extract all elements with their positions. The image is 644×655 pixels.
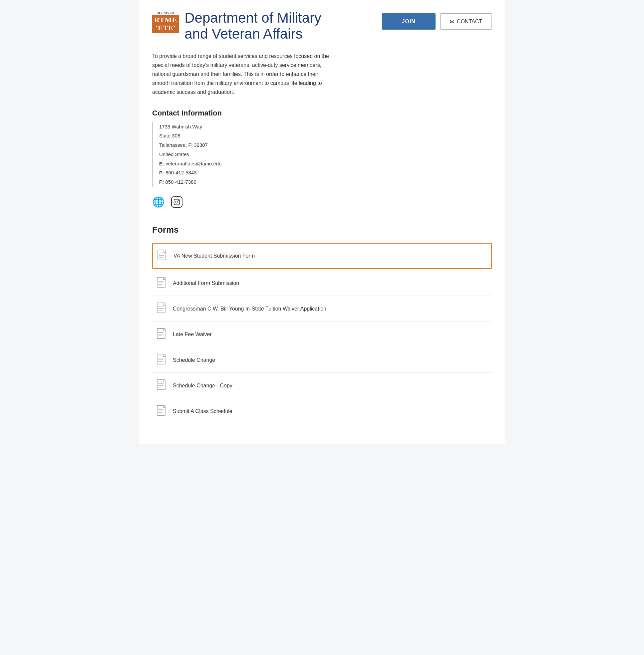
svg-rect-3 (158, 250, 166, 260)
logo-block: M UNIVER RTME 'ETE' (152, 11, 179, 33)
form-item[interactable]: Submit A Class Schedule (152, 399, 492, 424)
svg-point-1 (176, 201, 178, 203)
logo-line2: 'ETE' (154, 24, 177, 32)
join-button[interactable]: JOIN (382, 13, 436, 30)
svg-rect-7 (157, 354, 165, 364)
form-label: Schedule Change - Copy (173, 383, 232, 389)
globe-icon[interactable]: 🌐 (152, 196, 164, 208)
contact-button-label: CONTACT (457, 19, 482, 25)
form-item[interactable]: Schedule Change (152, 348, 492, 373)
form-label: Schedule Change (173, 357, 215, 363)
form-item[interactable]: Additional Form Submission (152, 271, 492, 296)
form-item[interactable]: Congressman C.W. Bill Young In-State Tui… (152, 297, 492, 322)
forms-section-title: Forms (152, 225, 492, 235)
header-buttons: JOIN ✉ CONTACT (382, 13, 492, 30)
svg-rect-0 (174, 199, 180, 205)
header-left: M UNIVER RTME 'ETE' Department of Milita… (152, 10, 321, 42)
social-row: 🌐 (152, 196, 492, 208)
phone-value: 850-412-5843 (165, 170, 197, 176)
form-label: VA New Student Submission Form (174, 253, 255, 259)
email-label: E: (159, 161, 164, 166)
fax-label: F: (159, 179, 164, 185)
phone-line: P: 850-412-5843 (159, 168, 492, 178)
header-row: M UNIVER RTME 'ETE' Department of Milita… (152, 10, 492, 42)
form-item[interactable]: Late Fee Waiver (152, 322, 492, 347)
svg-rect-4 (157, 277, 165, 287)
contact-button[interactable]: ✉ CONTACT (440, 13, 492, 30)
document-icon (157, 405, 167, 418)
org-title: Department of Military and Veteran Affai… (184, 10, 321, 42)
contact-block: 1735 Wahnish Way Suite 308 Tallahassee, … (152, 122, 492, 187)
document-icon (157, 379, 167, 392)
org-title-line2: and Veteran Affairs (184, 26, 302, 42)
document-icon (157, 277, 167, 289)
logo-box: RTME 'ETE' (152, 15, 179, 33)
phone-label: P: (159, 170, 164, 176)
document-icon (157, 328, 167, 341)
address-line1: 1735 Wahnish Way (159, 122, 492, 132)
email-value: veteranaffairs@famu.edu (165, 161, 222, 166)
document-icon (158, 250, 168, 262)
svg-rect-8 (157, 380, 165, 390)
contact-section-title: Contact Information (152, 109, 492, 117)
org-description: To provide a broad range of student serv… (152, 52, 332, 97)
form-item[interactable]: VA New Student Submission Form (152, 243, 492, 269)
address-line3: Tallahassee, Fl 32307 (159, 140, 492, 150)
document-icon (157, 303, 167, 315)
form-label: Submit A Class Schedule (173, 408, 232, 414)
document-icon (157, 354, 167, 367)
fax-value: 850-412-7389 (165, 179, 196, 185)
email-line: E: veteranaffairs@famu.edu (159, 159, 492, 168)
org-title-line1: Department of Military (184, 10, 321, 26)
form-label: Congressman C.W. Bill Young In-State Tui… (173, 306, 326, 312)
contact-section: Contact Information 1735 Wahnish Way Sui… (152, 109, 492, 187)
svg-rect-5 (157, 303, 165, 313)
form-list: VA New Student Submission Form Additiona… (152, 243, 492, 424)
envelope-icon: ✉ (450, 18, 454, 25)
svg-rect-6 (157, 328, 165, 338)
logo-top-text: M UNIVER (157, 11, 174, 15)
svg-point-2 (178, 200, 179, 201)
form-label: Late Fee Waiver (173, 331, 212, 337)
address-line2: Suite 308 (159, 131, 492, 140)
forms-section: Forms VA New Student Submission Form Add… (152, 225, 492, 424)
logo-line1: RTME (154, 16, 177, 24)
instagram-icon[interactable] (171, 196, 183, 208)
fax-line: F: 850-412-7389 (159, 178, 492, 187)
form-item[interactable]: Schedule Change - Copy (152, 373, 492, 398)
country: United States (159, 150, 492, 159)
svg-rect-9 (157, 405, 165, 415)
form-label: Additional Form Submission (173, 280, 239, 286)
